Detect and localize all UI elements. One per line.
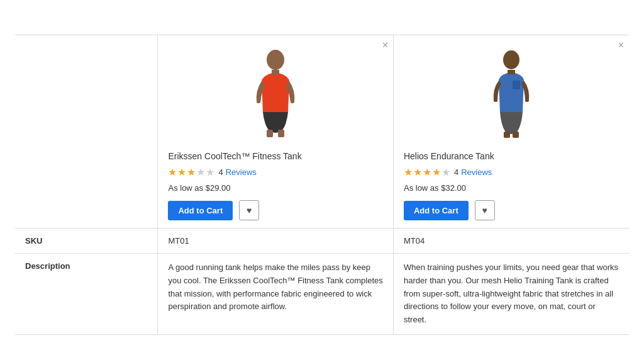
cart-row: Add to Cart ♥ [404,200,619,220]
price-row: As low as $32.00 [404,183,619,193]
svg-rect-7 [504,132,510,138]
star-icon: ★ [168,166,177,178]
star-icon: ★ [206,166,214,178]
reviews-link[interactable]: Reviews [226,167,257,177]
add-to-cart-button[interactable]: Add to Cart [168,201,233,220]
reviews-link[interactable]: Reviews [461,167,492,177]
price-row: As low as $29.00 [168,183,383,193]
rating-row: ★★★★★ 4 Reviews [404,166,619,178]
product-header-cell: × Erikssen CoolTech™ Fitness Tank ★★★★★ … [158,35,394,229]
star-icon: ★ [404,166,413,178]
label-header-cell [15,35,158,229]
product-image-wrap [168,43,383,144]
svg-rect-6 [508,70,515,74]
product-header-cell: × Helios Endurance Tank ★★★★★ 4 Reviews [393,35,629,229]
star-rating: ★★★★★ [404,166,450,178]
star-icon: ★ [187,166,196,178]
star-icon: ★ [441,166,450,178]
description-value-cell: A good running tank helps make the miles… [158,254,394,335]
star-icon: ★ [423,166,431,178]
remove-product-button[interactable]: × [618,40,624,50]
star-icon: ★ [432,166,441,178]
sku-value-cell: MT04 [393,229,629,254]
product-name: Erikssen CoolTech™ Fitness Tank [168,151,383,161]
compare-table: × Erikssen CoolTech™ Fitness Tank ★★★★★ … [15,35,629,335]
star-icon: ★ [196,166,205,178]
cart-row: Add to Cart ♥ [168,200,383,220]
svg-rect-1 [272,70,279,75]
star-icon: ★ [177,166,186,178]
wishlist-button[interactable]: ♥ [239,200,259,220]
star-rating: ★★★★★ [168,166,214,178]
svg-point-0 [267,50,284,70]
review-count: 4 [218,167,223,177]
svg-point-4 [503,50,519,69]
product-image [238,46,313,140]
rating-row: ★★★★★ 4 Reviews [168,166,383,178]
svg-rect-2 [267,130,273,137]
sku-value-cell: MT01 [158,229,394,254]
wishlist-button[interactable]: ♥ [475,200,495,220]
svg-rect-3 [278,130,284,137]
remove-product-button[interactable]: × [382,40,388,50]
description-label-cell: Description [15,254,158,335]
review-count: 4 [454,167,458,177]
description-value-cell: When training pushes your limits, you ne… [393,254,629,335]
svg-rect-5 [513,81,520,89]
product-image-wrap [404,43,619,144]
add-to-cart-button[interactable]: Add to Cart [404,201,469,220]
svg-rect-8 [513,132,519,138]
product-name: Helios Endurance Tank [404,151,619,161]
page-wrapper: × Erikssen CoolTech™ Fitness Tank ★★★★★ … [0,0,644,345]
sku-label-cell: SKU [15,229,158,254]
star-icon: ★ [413,166,422,178]
product-image [474,46,549,140]
